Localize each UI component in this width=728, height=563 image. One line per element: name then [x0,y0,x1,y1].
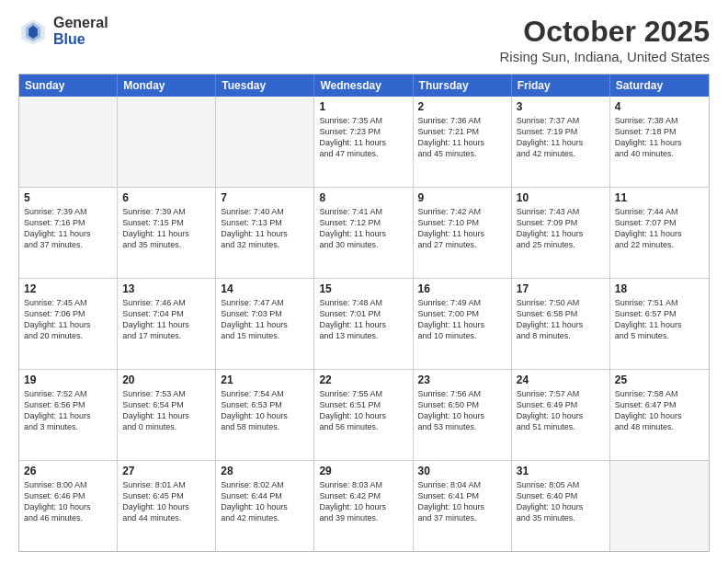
calendar-cell-day-11: 11Sunrise: 7:44 AM Sunset: 7:07 PM Dayli… [610,188,709,278]
location: Rising Sun, Indiana, United States [500,49,710,64]
logo-text: General Blue [53,15,108,47]
day-number: 21 [221,373,309,386]
calendar-cell-empty [19,97,118,187]
day-info: Sunrise: 7:39 AM Sunset: 7:15 PM Dayligh… [122,206,210,251]
header-day-monday: Monday [118,75,216,97]
day-info: Sunrise: 8:05 AM Sunset: 6:40 PM Dayligh… [517,479,605,524]
day-number: 6 [122,191,210,204]
day-info: Sunrise: 7:50 AM Sunset: 6:58 PM Dayligh… [517,297,605,342]
calendar-cell-day-17: 17Sunrise: 7:50 AM Sunset: 6:58 PM Dayli… [512,279,610,369]
day-info: Sunrise: 7:38 AM Sunset: 7:18 PM Dayligh… [615,115,704,160]
day-number: 4 [615,100,704,113]
day-info: Sunrise: 8:00 AM Sunset: 6:46 PM Dayligh… [24,479,112,524]
day-info: Sunrise: 7:56 AM Sunset: 6:50 PM Dayligh… [418,388,506,433]
day-info: Sunrise: 8:04 AM Sunset: 6:41 PM Dayligh… [418,479,506,524]
day-info: Sunrise: 7:40 AM Sunset: 7:13 PM Dayligh… [221,206,309,251]
day-number: 22 [319,373,407,386]
day-number: 19 [24,373,112,386]
calendar-cell-day-1: 1Sunrise: 7:35 AM Sunset: 7:23 PM Daylig… [314,97,413,187]
day-info: Sunrise: 7:42 AM Sunset: 7:10 PM Dayligh… [418,206,506,251]
day-info: Sunrise: 7:43 AM Sunset: 7:09 PM Dayligh… [517,206,605,251]
header: General Blue October 2025 Rising Sun, In… [18,15,710,64]
calendar-cell-day-13: 13Sunrise: 7:46 AM Sunset: 7:04 PM Dayli… [118,279,216,369]
day-number: 8 [319,191,407,204]
day-info: Sunrise: 7:39 AM Sunset: 7:16 PM Dayligh… [24,206,112,251]
calendar-row-3: 12Sunrise: 7:45 AM Sunset: 7:06 PM Dayli… [19,279,709,370]
calendar-cell-day-5: 5Sunrise: 7:39 AM Sunset: 7:16 PM Daylig… [19,188,118,278]
day-number: 18 [615,282,704,295]
day-info: Sunrise: 7:54 AM Sunset: 6:53 PM Dayligh… [221,388,309,433]
day-info: Sunrise: 7:48 AM Sunset: 7:01 PM Dayligh… [319,297,407,342]
day-number: 2 [418,100,506,113]
day-info: Sunrise: 7:46 AM Sunset: 7:04 PM Dayligh… [122,297,210,342]
calendar-cell-day-16: 16Sunrise: 7:49 AM Sunset: 7:00 PM Dayli… [414,279,512,369]
calendar-cell-day-29: 29Sunrise: 8:03 AM Sunset: 6:42 PM Dayli… [314,461,413,551]
day-info: Sunrise: 7:47 AM Sunset: 7:03 PM Dayligh… [221,297,309,342]
day-info: Sunrise: 7:57 AM Sunset: 6:49 PM Dayligh… [517,388,605,433]
header-day-wednesday: Wednesday [314,75,413,97]
calendar-cell-day-14: 14Sunrise: 7:47 AM Sunset: 7:03 PM Dayli… [216,279,314,369]
calendar-cell-day-31: 31Sunrise: 8:05 AM Sunset: 6:40 PM Dayli… [512,461,610,551]
calendar-row-1: 1Sunrise: 7:35 AM Sunset: 7:23 PM Daylig… [19,97,709,188]
day-info: Sunrise: 7:44 AM Sunset: 7:07 PM Dayligh… [615,206,704,251]
calendar-cell-day-25: 25Sunrise: 7:58 AM Sunset: 6:47 PM Dayli… [610,370,709,460]
calendar-cell-day-10: 10Sunrise: 7:43 AM Sunset: 7:09 PM Dayli… [512,188,610,278]
month-title: October 2025 [500,15,710,49]
day-info: Sunrise: 7:51 AM Sunset: 6:57 PM Dayligh… [615,297,704,342]
calendar-cell-day-21: 21Sunrise: 7:54 AM Sunset: 6:53 PM Dayli… [216,370,314,460]
day-number: 24 [517,373,605,386]
day-info: Sunrise: 7:41 AM Sunset: 7:12 PM Dayligh… [319,206,407,251]
day-info: Sunrise: 8:01 AM Sunset: 6:45 PM Dayligh… [122,479,210,524]
day-number: 7 [221,191,309,204]
day-number: 15 [319,282,407,295]
calendar-cell-day-12: 12Sunrise: 7:45 AM Sunset: 7:06 PM Dayli… [19,279,118,369]
day-number: 16 [418,282,506,295]
day-info: Sunrise: 8:03 AM Sunset: 6:42 PM Dayligh… [319,479,407,524]
calendar-row-2: 5Sunrise: 7:39 AM Sunset: 7:16 PM Daylig… [19,188,709,279]
calendar-cell-day-27: 27Sunrise: 8:01 AM Sunset: 6:45 PM Dayli… [118,461,216,551]
day-number: 30 [418,465,506,477]
day-number: 20 [122,373,210,386]
day-number: 12 [24,282,112,295]
calendar-cell-day-7: 7Sunrise: 7:40 AM Sunset: 7:13 PM Daylig… [216,188,314,278]
calendar-cell-day-30: 30Sunrise: 8:04 AM Sunset: 6:41 PM Dayli… [414,461,512,551]
day-info: Sunrise: 7:45 AM Sunset: 7:06 PM Dayligh… [24,297,112,342]
calendar-cell-day-8: 8Sunrise: 7:41 AM Sunset: 7:12 PM Daylig… [314,188,413,278]
calendar-cell-empty [118,97,216,187]
calendar-cell-day-18: 18Sunrise: 7:51 AM Sunset: 6:57 PM Dayli… [610,279,709,369]
calendar-cell-day-20: 20Sunrise: 7:53 AM Sunset: 6:54 PM Dayli… [118,370,216,460]
calendar-cell-day-6: 6Sunrise: 7:39 AM Sunset: 7:15 PM Daylig… [118,188,216,278]
logo-general-text: General [53,15,108,31]
day-number: 10 [517,191,605,204]
day-info: Sunrise: 7:58 AM Sunset: 6:47 PM Dayligh… [615,388,704,433]
day-number: 29 [319,465,407,477]
day-number: 26 [24,465,112,477]
title-block: October 2025 Rising Sun, Indiana, United… [500,15,710,64]
day-number: 17 [517,282,605,295]
day-info: Sunrise: 7:55 AM Sunset: 6:51 PM Dayligh… [319,388,407,433]
calendar-cell-empty [216,97,314,187]
calendar-cell-day-23: 23Sunrise: 7:56 AM Sunset: 6:50 PM Dayli… [414,370,512,460]
day-info: Sunrise: 7:52 AM Sunset: 6:56 PM Dayligh… [24,388,112,433]
day-number: 9 [418,191,506,204]
calendar-cell-day-15: 15Sunrise: 7:48 AM Sunset: 7:01 PM Dayli… [314,279,413,369]
day-number: 14 [221,282,309,295]
calendar-cell-day-4: 4Sunrise: 7:38 AM Sunset: 7:18 PM Daylig… [610,97,709,187]
day-info: Sunrise: 7:36 AM Sunset: 7:21 PM Dayligh… [418,115,506,160]
day-number: 13 [122,282,210,295]
calendar-cell-day-28: 28Sunrise: 8:02 AM Sunset: 6:44 PM Dayli… [216,461,314,551]
calendar-body: 1Sunrise: 7:35 AM Sunset: 7:23 PM Daylig… [19,97,709,551]
calendar-cell-day-9: 9Sunrise: 7:42 AM Sunset: 7:10 PM Daylig… [414,188,512,278]
day-number: 25 [615,373,704,386]
logo: General Blue [18,15,108,47]
calendar: SundayMondayTuesdayWednesdayThursdayFrid… [18,74,710,552]
header-day-thursday: Thursday [414,75,512,97]
day-number: 1 [319,100,407,113]
day-info: Sunrise: 7:37 AM Sunset: 7:19 PM Dayligh… [517,115,605,160]
day-number: 23 [418,373,506,386]
calendar-header: SundayMondayTuesdayWednesdayThursdayFrid… [19,75,709,97]
calendar-row-5: 26Sunrise: 8:00 AM Sunset: 6:46 PM Dayli… [19,461,709,551]
calendar-cell-day-3: 3Sunrise: 7:37 AM Sunset: 7:19 PM Daylig… [512,97,610,187]
header-day-sunday: Sunday [19,75,118,97]
day-info: Sunrise: 7:53 AM Sunset: 6:54 PM Dayligh… [122,388,210,433]
